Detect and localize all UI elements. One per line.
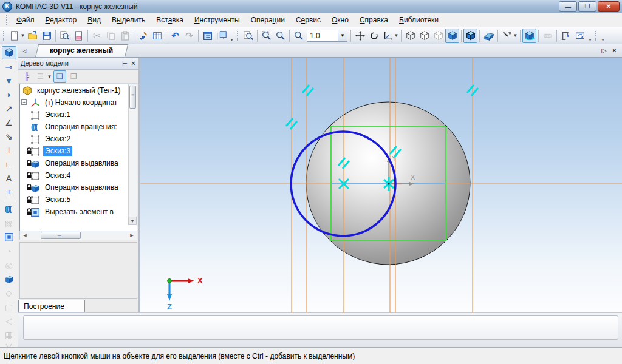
toolbar-grip[interactable] (595, 31, 598, 41)
tree-expander[interactable]: + (21, 99, 27, 105)
tree-item-1[interactable]: корпус железный (Тел-1) (20, 84, 137, 96)
section-display-button[interactable]: ❏ (53, 70, 66, 83)
composition-button-caret[interactable]: ▼ (47, 74, 52, 79)
additional-window-button[interactable]: ❐ (67, 70, 80, 83)
conditional-marks-button[interactable]: ⊥ (2, 144, 16, 157)
menu-item-7[interactable]: Операции (245, 14, 290, 26)
document-tab[interactable]: корпус железный (35, 44, 125, 57)
tree-item-5[interactable]: Эскиз:2 (20, 133, 137, 145)
hidden-lines-thin-button[interactable] (431, 29, 445, 43)
tree-horizontal-scrollbar[interactable]: ◀ ▶ (19, 231, 137, 240)
model-viewport[interactable]: YXXZ (140, 58, 622, 312)
menu-item-11[interactable]: Библиотеки (394, 14, 444, 26)
hide-objects-button[interactable] (500, 29, 514, 43)
menu-item-8[interactable]: Сервис (290, 14, 326, 26)
wireframe-button[interactable] (403, 29, 417, 43)
pin-panel-button[interactable]: ⊥ (122, 60, 128, 67)
menu-grip[interactable] (6, 15, 9, 25)
toolbar-separator (497, 30, 498, 42)
kompas-3d-window: K КОМПАС-3D V11 - корпус железный ▬❐✕ Фа… (0, 0, 622, 364)
new-document-button[interactable] (7, 29, 21, 43)
tree-hscroll-thumb[interactable] (41, 232, 81, 239)
tree-item-11[interactable]: Вырезать элемент в (20, 206, 137, 218)
menu-item-6[interactable]: Инструменты (189, 14, 245, 26)
tab-scroll-right-button[interactable]: ▷ (601, 47, 606, 55)
attach-extrude-button[interactable] (2, 272, 16, 286)
zoom-scale-button[interactable] (292, 29, 306, 43)
revolve-operation-button[interactable] (2, 203, 16, 216)
tree-vscroll-thumb[interactable] (129, 86, 136, 109)
cut-extrude-button[interactable] (2, 231, 16, 244)
copy-properties-button[interactable] (136, 29, 150, 43)
scale-combo-value[interactable]: 1.0 (307, 30, 338, 42)
refresh-image-button[interactable] (573, 29, 587, 43)
tree-hscroll-right-button[interactable]: ▶ (128, 232, 136, 239)
pan-button[interactable] (353, 29, 367, 43)
toolbar-overflow-button[interactable]: ▾ (600, 37, 606, 44)
filters-button[interactable]: ▼ (2, 74, 16, 87)
menu-item-3[interactable]: Вид (82, 14, 106, 26)
rebuild-button[interactable] (559, 29, 573, 43)
undo-button[interactable]: ↶ (168, 29, 182, 43)
toolbar-separator (520, 30, 521, 42)
tree-item-2[interactable]: +(т) Начало координат (20, 96, 137, 109)
hidden-lines-button[interactable] (417, 29, 431, 43)
close-button[interactable]: ✕ (598, 1, 620, 12)
orientation-button[interactable] (522, 29, 536, 43)
tab-scroll-left-button[interactable]: ◁ (21, 46, 29, 56)
model-tree-header: Дерево модели ⊥✕ (18, 58, 138, 70)
perpendicular-button[interactable]: ∟ (2, 158, 16, 171)
tab-close-button[interactable]: ✕ (612, 47, 617, 55)
tree-item-6[interactable]: Эскиз:3 (20, 145, 137, 157)
text-annotation-button[interactable]: A (2, 172, 16, 185)
close-panel-button[interactable]: ✕ (131, 60, 136, 67)
menu-item-1[interactable]: Файл (11, 14, 40, 26)
menu-item-10[interactable]: Справка (354, 14, 394, 26)
tree-item-4[interactable]: Операция вращения: (20, 121, 137, 133)
tree-vertical-scrollbar[interactable]: ▼ (128, 84, 137, 225)
tree-item-3[interactable]: Эскиз:1 (20, 109, 137, 121)
model-tree-window-button[interactable] (200, 29, 214, 43)
open-document-button[interactable] (26, 29, 39, 43)
toolbar-grip[interactable] (237, 31, 239, 41)
tree-item-7[interactable]: Операция выдавлива (20, 157, 137, 169)
toolbar-grip[interactable] (3, 31, 5, 41)
tree-vscroll-down-button[interactable]: ▼ (128, 217, 137, 225)
build-tab[interactable]: Построение (18, 300, 85, 312)
rotate-button[interactable] (367, 29, 381, 43)
surfaces-button[interactable]: ◗ (2, 88, 16, 101)
print-button[interactable] (72, 29, 86, 43)
maximize-button[interactable]: ❐ (578, 1, 596, 12)
measurements-button[interactable]: ∠ (2, 116, 16, 129)
save-button[interactable] (39, 29, 53, 43)
parameterization-button[interactable]: ± (2, 186, 16, 199)
variables-button[interactable] (150, 29, 164, 43)
auxiliary-geometry-button[interactable]: ↗ (2, 102, 16, 115)
menu-item-5[interactable]: Вставка (151, 14, 189, 26)
toolbar-overflow-button[interactable]: ▾ (228, 37, 235, 44)
tree-structure-button[interactable]: ╠ (20, 70, 33, 83)
zoom-in-button[interactable] (273, 29, 287, 43)
minimize-button[interactable]: ▬ (559, 1, 577, 12)
tree-hscroll-left-button[interactable]: ◀ (21, 232, 29, 239)
move-axes-button[interactable] (381, 29, 395, 43)
menu-item-4[interactable]: Выделить (106, 14, 151, 26)
new-window-button[interactable] (214, 29, 228, 43)
scale-combo-drop-button[interactable]: ▼ (338, 30, 347, 42)
shaded-button[interactable] (445, 29, 459, 43)
zoom-by-frame-button[interactable] (259, 29, 273, 43)
tree-item-10[interactable]: Эскиз:5 (20, 194, 137, 206)
copy-button (104, 29, 118, 43)
menu-item-9[interactable]: Окно (326, 14, 354, 26)
tree-item-9[interactable]: Операция выдавлива (20, 181, 137, 194)
menu-item-2[interactable]: Редактор (40, 14, 83, 26)
shaded-edges-button[interactable] (463, 29, 477, 43)
tree-item-8[interactable]: Эскиз:4 (20, 169, 137, 181)
dimensions-button[interactable]: ⇘ (2, 130, 16, 143)
toolbar-overflow-button[interactable]: ▾ (587, 37, 593, 44)
print-preview-button[interactable] (58, 29, 72, 43)
show-document-full-button[interactable] (241, 29, 255, 43)
spatial-curves-button[interactable]: ⊸ (2, 60, 16, 73)
perspective-button[interactable] (482, 29, 496, 43)
edit-part-button[interactable] (2, 46, 16, 59)
